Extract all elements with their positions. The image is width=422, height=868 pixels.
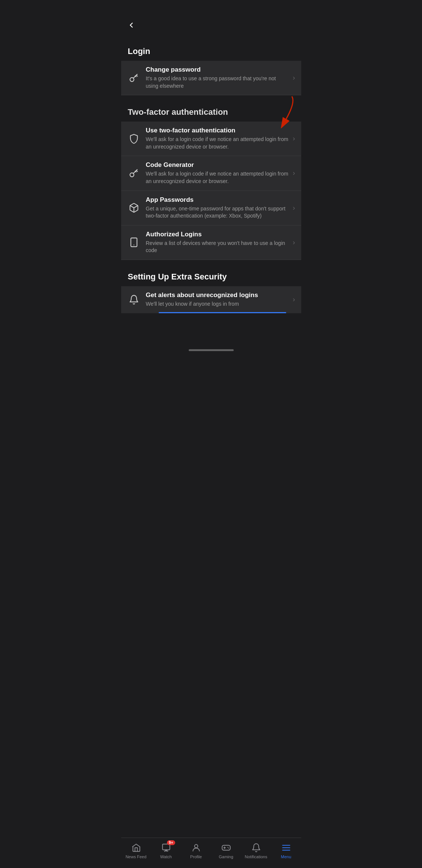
change-password-title: Change password xyxy=(146,66,290,74)
key-icon-2 xyxy=(127,167,141,180)
svg-point-8 xyxy=(194,844,198,848)
menu-icon xyxy=(281,843,291,853)
change-password-text: Change password It's a good idea to use … xyxy=(146,66,290,90)
svg-point-11 xyxy=(228,848,229,848)
code-generator-item[interactable]: Code Generator We'll ask for a login cod… xyxy=(121,156,301,191)
chevron-right-icon: › xyxy=(293,169,295,177)
nav-item-profile[interactable]: Profile xyxy=(181,841,211,860)
app-passwords-title: App Passwords xyxy=(146,196,290,204)
app-passwords-text: App Passwords Get a unique, one-time pas… xyxy=(146,196,290,220)
svg-rect-4 xyxy=(131,238,137,247)
shield-icon xyxy=(127,132,141,146)
code-generator-desc: We'll ask for a login code if we notice … xyxy=(146,170,290,185)
person-icon xyxy=(191,843,201,853)
home-icon-wrap xyxy=(131,842,141,853)
nav-label-profile: Profile xyxy=(190,854,202,859)
chevron-right-icon: › xyxy=(293,204,295,212)
gaming-icon xyxy=(221,843,231,853)
authorized-logins-item[interactable]: Authorized Logins Review a list of devic… xyxy=(121,225,301,260)
chevron-right-icon: › xyxy=(293,296,295,303)
use-2fa-desc: We'll ask for a login code if we notice … xyxy=(146,136,290,150)
get-alerts-text: Get alerts about unrecognized logins We'… xyxy=(146,291,290,308)
menu-icon-wrap xyxy=(281,842,291,853)
home-icon xyxy=(131,843,141,853)
section-gap-1 xyxy=(121,95,301,98)
chevron-right-icon: › xyxy=(293,239,295,246)
get-alerts-desc: We'll let you know if anyone logs in fro… xyxy=(146,300,290,308)
section-gap-2 xyxy=(121,260,301,263)
chevron-right-icon: › xyxy=(293,135,295,143)
change-password-desc: It's a good idea to use a strong passwor… xyxy=(146,75,290,90)
play-icon-wrap: 9+ xyxy=(161,842,171,853)
bell-nav-icon-wrap xyxy=(251,842,261,853)
nav-bar xyxy=(121,17,301,38)
authorized-logins-title: Authorized Logins xyxy=(146,231,290,238)
nav-item-notifications[interactable]: Notifications xyxy=(241,841,271,860)
home-indicator xyxy=(189,349,234,351)
use-2fa-item[interactable]: Use two-factor authentication We'll ask … xyxy=(121,122,301,156)
nav-label-watch: Watch xyxy=(160,854,172,859)
back-button[interactable] xyxy=(127,20,138,33)
nav-label-menu: Menu xyxy=(281,854,291,859)
nav-label-notifications: Notifications xyxy=(245,854,267,859)
bell-nav-icon xyxy=(251,843,261,853)
bottom-nav: News Feed 9+ Watch Profile xyxy=(121,838,301,868)
key-icon xyxy=(127,71,141,85)
underline-indicator xyxy=(159,312,286,313)
tfa-section-header: Two-factor authentication xyxy=(121,98,301,122)
person-icon-wrap xyxy=(191,842,201,853)
nav-item-gaming[interactable]: Gaming xyxy=(211,841,241,860)
change-password-item[interactable]: Change password It's a good idea to use … xyxy=(121,61,301,95)
svg-point-10 xyxy=(227,847,228,848)
nav-label-news-feed: News Feed xyxy=(126,854,147,859)
get-alerts-item[interactable]: Get alerts about unrecognized logins We'… xyxy=(121,286,301,313)
authorized-logins-desc: Review a list of devices where you won't… xyxy=(146,240,290,254)
tfa-section-wrapper: Two-factor authentication Use two-factor… xyxy=(121,98,301,260)
status-bar xyxy=(121,0,301,17)
watch-badge: 9+ xyxy=(167,840,175,845)
bell-icon xyxy=(127,293,141,306)
nav-item-menu[interactable]: Menu xyxy=(271,841,301,860)
use-2fa-text: Use two-factor authentication We'll ask … xyxy=(146,127,290,150)
gaming-icon-wrap xyxy=(221,842,231,853)
extra-security-section-header: Setting Up Extra Security xyxy=(121,263,301,286)
nav-label-gaming: Gaming xyxy=(219,854,233,859)
authorized-logins-text: Authorized Logins Review a list of devic… xyxy=(146,231,290,254)
app-passwords-desc: Get a unique, one-time password for apps… xyxy=(146,205,290,220)
svg-rect-9 xyxy=(222,845,230,850)
app-passwords-item[interactable]: App Passwords Get a unique, one-time pas… xyxy=(121,191,301,225)
code-generator-text: Code Generator We'll ask for a login cod… xyxy=(146,161,290,185)
get-alerts-title: Get alerts about unrecognized logins xyxy=(146,291,290,299)
nav-item-news-feed[interactable]: News Feed xyxy=(121,841,151,860)
code-generator-title: Code Generator xyxy=(146,161,290,169)
mobile-icon xyxy=(127,236,141,249)
use-2fa-title: Use two-factor authentication xyxy=(146,127,290,134)
chevron-right-icon: › xyxy=(293,74,295,82)
nav-item-watch[interactable]: 9+ Watch xyxy=(151,841,181,860)
content: Login Change password It's a good idea t… xyxy=(121,38,301,347)
cube-icon xyxy=(127,201,141,215)
login-section-header: Login xyxy=(121,38,301,61)
